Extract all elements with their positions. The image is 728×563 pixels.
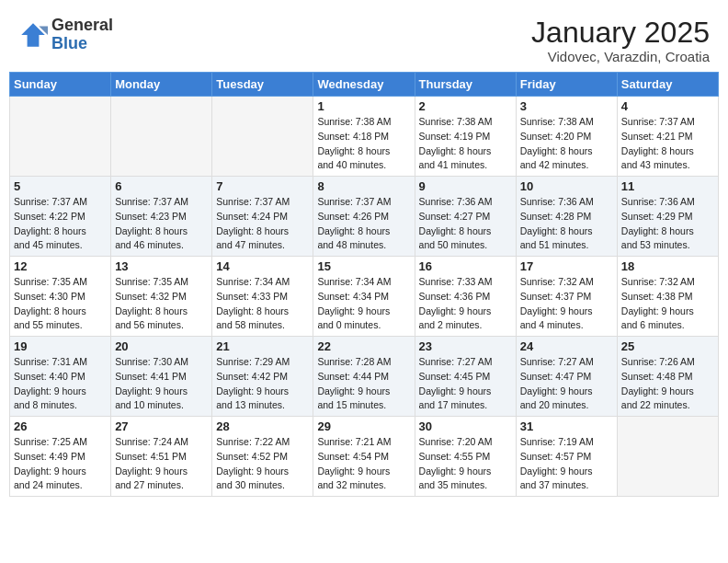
day-number: 18 (621, 259, 714, 273)
day-info: Sunrise: 7:27 AMSunset: 4:47 PMDaylight:… (520, 355, 613, 413)
calendar-cell: 22Sunrise: 7:28 AMSunset: 4:44 PMDayligh… (313, 337, 415, 417)
calendar-cell: 27Sunrise: 7:24 AMSunset: 4:51 PMDayligh… (111, 417, 212, 497)
day-info: Sunrise: 7:30 AMSunset: 4:41 PMDaylight:… (115, 355, 208, 413)
logo: General Blue (18, 17, 113, 53)
day-number: 14 (216, 259, 309, 273)
location-text: Vidovec, Varazdin, Croatia (531, 49, 710, 64)
calendar-cell: 18Sunrise: 7:32 AMSunset: 4:38 PMDayligh… (617, 257, 718, 337)
day-number: 13 (115, 259, 208, 273)
day-info: Sunrise: 7:32 AMSunset: 4:38 PMDaylight:… (621, 275, 714, 333)
title-block: January 2025 Vidovec, Varazdin, Croatia (531, 17, 710, 64)
logo-general-text: General (51, 17, 113, 35)
calendar-cell (10, 97, 111, 177)
weekday-header-friday: Friday (516, 73, 617, 97)
day-number: 28 (216, 419, 309, 433)
day-number: 10 (520, 179, 613, 193)
day-number: 21 (216, 339, 309, 353)
day-info: Sunrise: 7:19 AMSunset: 4:57 PMDaylight:… (520, 435, 613, 493)
calendar-cell: 29Sunrise: 7:21 AMSunset: 4:54 PMDayligh… (313, 417, 415, 497)
calendar-cell: 19Sunrise: 7:31 AMSunset: 4:40 PMDayligh… (10, 337, 111, 417)
day-info: Sunrise: 7:38 AMSunset: 4:18 PMDaylight:… (317, 115, 410, 173)
weekday-header-wednesday: Wednesday (313, 73, 415, 97)
calendar-cell: 21Sunrise: 7:29 AMSunset: 4:42 PMDayligh… (212, 337, 313, 417)
calendar-table: SundayMondayTuesdayWednesdayThursdayFrid… (9, 72, 719, 497)
day-info: Sunrise: 7:37 AMSunset: 4:24 PMDaylight:… (216, 195, 309, 253)
day-number: 2 (419, 99, 512, 113)
calendar-cell: 2Sunrise: 7:38 AMSunset: 4:19 PMDaylight… (415, 97, 516, 177)
calendar-week-row: 26Sunrise: 7:25 AMSunset: 4:49 PMDayligh… (10, 417, 719, 497)
day-info: Sunrise: 7:32 AMSunset: 4:37 PMDaylight:… (520, 275, 613, 333)
calendar-cell: 10Sunrise: 7:36 AMSunset: 4:28 PMDayligh… (516, 177, 617, 257)
day-number: 23 (419, 339, 512, 353)
calendar-cell: 14Sunrise: 7:34 AMSunset: 4:33 PMDayligh… (212, 257, 313, 337)
calendar-cell (617, 417, 718, 497)
day-number: 6 (115, 179, 208, 193)
weekday-header-thursday: Thursday (415, 73, 516, 97)
day-info: Sunrise: 7:37 AMSunset: 4:26 PMDaylight:… (317, 195, 410, 253)
calendar-cell: 28Sunrise: 7:22 AMSunset: 4:52 PMDayligh… (212, 417, 313, 497)
calendar-cell: 3Sunrise: 7:38 AMSunset: 4:20 PMDaylight… (516, 97, 617, 177)
day-number: 5 (14, 179, 107, 193)
day-info: Sunrise: 7:37 AMSunset: 4:22 PMDaylight:… (14, 195, 107, 253)
day-info: Sunrise: 7:21 AMSunset: 4:54 PMDaylight:… (317, 435, 410, 493)
calendar-cell: 6Sunrise: 7:37 AMSunset: 4:23 PMDaylight… (111, 177, 212, 257)
weekday-header-row: SundayMondayTuesdayWednesdayThursdayFrid… (10, 73, 719, 97)
day-number: 29 (317, 419, 410, 433)
calendar-cell: 12Sunrise: 7:35 AMSunset: 4:30 PMDayligh… (10, 257, 111, 337)
day-number: 15 (317, 259, 410, 273)
calendar-cell: 5Sunrise: 7:37 AMSunset: 4:22 PMDaylight… (10, 177, 111, 257)
day-info: Sunrise: 7:28 AMSunset: 4:44 PMDaylight:… (317, 355, 410, 413)
day-info: Sunrise: 7:37 AMSunset: 4:23 PMDaylight:… (115, 195, 208, 253)
day-info: Sunrise: 7:25 AMSunset: 4:49 PMDaylight:… (14, 435, 107, 493)
day-number: 16 (419, 259, 512, 273)
day-info: Sunrise: 7:33 AMSunset: 4:36 PMDaylight:… (419, 275, 512, 333)
day-info: Sunrise: 7:31 AMSunset: 4:40 PMDaylight:… (14, 355, 107, 413)
day-number: 26 (14, 419, 107, 433)
day-number: 4 (621, 99, 714, 113)
day-number: 9 (419, 179, 512, 193)
weekday-header-tuesday: Tuesday (212, 73, 313, 97)
calendar-cell: 26Sunrise: 7:25 AMSunset: 4:49 PMDayligh… (10, 417, 111, 497)
calendar-cell: 24Sunrise: 7:27 AMSunset: 4:47 PMDayligh… (516, 337, 617, 417)
page-header: General Blue January 2025 Vidovec, Varaz… (9, 9, 719, 68)
calendar-week-row: 19Sunrise: 7:31 AMSunset: 4:40 PMDayligh… (10, 337, 719, 417)
weekday-header-saturday: Saturday (617, 73, 718, 97)
day-number: 20 (115, 339, 208, 353)
calendar-cell: 9Sunrise: 7:36 AMSunset: 4:27 PMDaylight… (415, 177, 516, 257)
calendar-cell: 15Sunrise: 7:34 AMSunset: 4:34 PMDayligh… (313, 257, 415, 337)
day-number: 7 (216, 179, 309, 193)
day-number: 17 (520, 259, 613, 273)
calendar-cell (212, 97, 313, 177)
calendar-cell: 20Sunrise: 7:30 AMSunset: 4:41 PMDayligh… (111, 337, 212, 417)
day-number: 3 (520, 99, 613, 113)
calendar-week-row: 12Sunrise: 7:35 AMSunset: 4:30 PMDayligh… (10, 257, 719, 337)
day-info: Sunrise: 7:38 AMSunset: 4:19 PMDaylight:… (419, 115, 512, 173)
day-number: 31 (520, 419, 613, 433)
weekday-header-sunday: Sunday (10, 73, 111, 97)
calendar-cell: 7Sunrise: 7:37 AMSunset: 4:24 PMDaylight… (212, 177, 313, 257)
calendar-cell: 4Sunrise: 7:37 AMSunset: 4:21 PMDaylight… (617, 97, 718, 177)
calendar-cell: 16Sunrise: 7:33 AMSunset: 4:36 PMDayligh… (415, 257, 516, 337)
calendar-cell: 1Sunrise: 7:38 AMSunset: 4:18 PMDaylight… (313, 97, 415, 177)
calendar-cell: 25Sunrise: 7:26 AMSunset: 4:48 PMDayligh… (617, 337, 718, 417)
calendar-cell: 11Sunrise: 7:36 AMSunset: 4:29 PMDayligh… (617, 177, 718, 257)
calendar-cell (111, 97, 212, 177)
day-info: Sunrise: 7:27 AMSunset: 4:45 PMDaylight:… (419, 355, 512, 413)
month-title: January 2025 (531, 17, 710, 49)
day-number: 1 (317, 99, 410, 113)
calendar-week-row: 5Sunrise: 7:37 AMSunset: 4:22 PMDaylight… (10, 177, 719, 257)
calendar-week-row: 1Sunrise: 7:38 AMSunset: 4:18 PMDaylight… (10, 97, 719, 177)
day-info: Sunrise: 7:20 AMSunset: 4:55 PMDaylight:… (419, 435, 512, 493)
logo-icon (18, 20, 48, 50)
day-number: 19 (14, 339, 107, 353)
day-info: Sunrise: 7:26 AMSunset: 4:48 PMDaylight:… (621, 355, 714, 413)
day-number: 8 (317, 179, 410, 193)
calendar-cell: 23Sunrise: 7:27 AMSunset: 4:45 PMDayligh… (415, 337, 516, 417)
day-info: Sunrise: 7:36 AMSunset: 4:29 PMDaylight:… (621, 195, 714, 253)
day-number: 12 (14, 259, 107, 273)
day-number: 11 (621, 179, 714, 193)
day-info: Sunrise: 7:35 AMSunset: 4:30 PMDaylight:… (14, 275, 107, 333)
day-info: Sunrise: 7:24 AMSunset: 4:51 PMDaylight:… (115, 435, 208, 493)
calendar-cell: 8Sunrise: 7:37 AMSunset: 4:26 PMDaylight… (313, 177, 415, 257)
day-number: 24 (520, 339, 613, 353)
